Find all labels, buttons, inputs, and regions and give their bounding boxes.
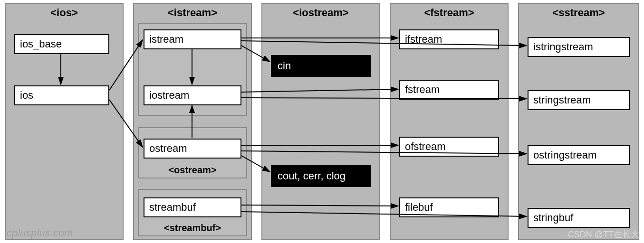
box-iostream: iostream bbox=[144, 85, 241, 105]
subpanel-title-ostream: <ostream> bbox=[139, 165, 246, 176]
panel-title-istream: <istream> bbox=[134, 7, 251, 19]
box-ostringstream: ostringstream bbox=[528, 145, 630, 165]
panel-title-fstream: <fstream> bbox=[391, 7, 508, 19]
box-ofstream: ofstream bbox=[399, 137, 499, 157]
panel-title-ios: <ios> bbox=[6, 7, 123, 19]
box-stringstream: stringstream bbox=[528, 90, 630, 110]
box-cout: cout, cerr, clog bbox=[271, 165, 371, 187]
box-istream: istream bbox=[144, 29, 241, 49]
diagram-root: <ios> <istream> <iostream> <fstream> <ss… bbox=[0, 0, 644, 243]
box-istringstream: istringstream bbox=[528, 37, 630, 57]
box-ifstream: ifstream bbox=[399, 29, 499, 49]
box-streambuf: streambuf bbox=[144, 197, 241, 217]
box-ios-base: ios_base bbox=[14, 34, 109, 54]
box-ios: ios bbox=[14, 85, 109, 105]
panel-title-iostream: <iostream> bbox=[262, 7, 379, 19]
panel-title-sstream: <sstream> bbox=[519, 7, 638, 19]
box-stringbuf: stringbuf bbox=[528, 208, 630, 228]
box-filebuf: filebuf bbox=[399, 197, 499, 217]
subpanel-title-streambuf: <streambuf> bbox=[139, 223, 246, 234]
panel-iostream: <iostream> bbox=[261, 3, 380, 240]
box-fstream: fstream bbox=[399, 80, 499, 100]
box-ostream: ostream bbox=[144, 139, 241, 159]
watermark-csdn: CSDN @TT在长大 bbox=[568, 229, 639, 240]
watermark-cplusplus: cplusplus.com bbox=[7, 227, 73, 239]
box-cin: cin bbox=[271, 55, 371, 77]
